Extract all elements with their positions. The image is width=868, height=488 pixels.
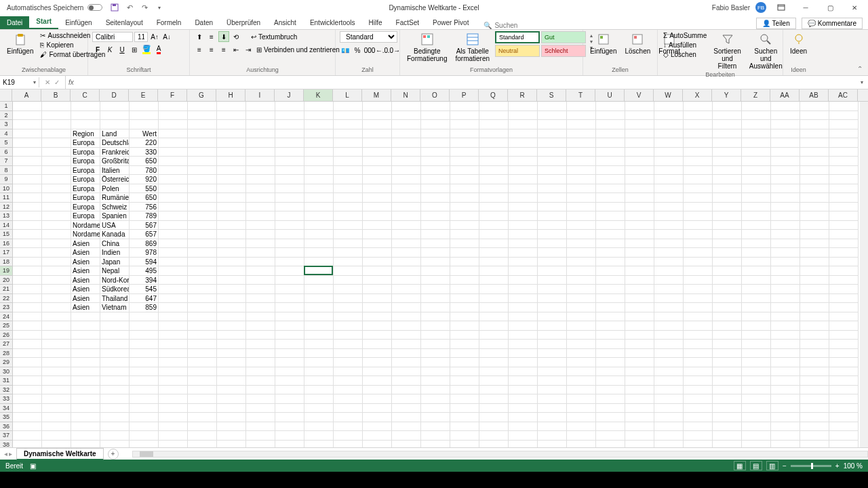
cell[interactable]	[392, 321, 421, 331]
cell[interactable]	[654, 276, 684, 285]
tab-file[interactable]: Datei	[0, 16, 29, 29]
cell[interactable]	[100, 404, 130, 413]
cell[interactable]	[625, 376, 654, 386]
cell[interactable]	[100, 358, 130, 367]
cell[interactable]	[246, 340, 275, 349]
column-header[interactable]: K	[304, 89, 333, 101]
cell[interactable]	[800, 148, 829, 157]
cell[interactable]	[538, 331, 567, 340]
cell[interactable]	[450, 111, 479, 121]
cell[interactable]	[275, 157, 304, 166]
cell[interactable]	[159, 258, 188, 267]
cell[interactable]	[713, 230, 742, 239]
cell[interactable]	[596, 422, 625, 432]
horizontal-scrollbar[interactable]	[132, 451, 868, 458]
cell[interactable]	[713, 239, 742, 249]
cell[interactable]	[684, 422, 713, 432]
cell[interactable]	[596, 175, 625, 184]
cell[interactable]: Europa	[71, 193, 100, 203]
cell[interactable]	[275, 193, 304, 203]
cell[interactable]	[100, 120, 130, 129]
column-header[interactable]: U	[595, 89, 625, 101]
cell[interactable]	[217, 211, 246, 221]
cell[interactable]	[246, 120, 275, 129]
tab-start[interactable]: Start	[29, 15, 58, 29]
cell[interactable]	[596, 276, 625, 285]
cell[interactable]	[159, 331, 188, 340]
style-schlecht[interactable]: Schlecht	[541, 45, 586, 57]
cell[interactable]	[188, 120, 217, 129]
cell[interactable]	[246, 203, 275, 212]
currency-button[interactable]: 💶	[340, 45, 351, 56]
cell[interactable]	[13, 376, 42, 386]
cell[interactable]: USA	[100, 221, 130, 230]
cell[interactable]: Europa	[71, 211, 100, 221]
cell[interactable]	[421, 404, 450, 413]
cell[interactable]	[159, 166, 188, 176]
cell[interactable]	[450, 266, 479, 276]
cell[interactable]	[479, 367, 509, 377]
insert-cells-button[interactable]: Einfügen	[587, 31, 619, 56]
cell[interactable]	[334, 193, 363, 203]
cell[interactable]	[159, 394, 188, 404]
cell[interactable]	[334, 376, 363, 386]
cell[interactable]	[596, 340, 625, 349]
column-header[interactable]: N	[391, 89, 420, 101]
cell[interactable]	[625, 175, 654, 184]
decrease-font-button[interactable]: A↓	[161, 31, 172, 42]
cell[interactable]	[159, 111, 188, 121]
ribbon-mode-icon[interactable]	[772, 1, 791, 14]
cell[interactable]: Kanada	[100, 230, 130, 239]
cell[interactable]	[625, 193, 654, 203]
cell[interactable]	[684, 358, 713, 367]
column-header[interactable]: Z	[741, 89, 770, 101]
cell[interactable]	[713, 331, 742, 340]
cell[interactable]	[188, 157, 217, 166]
cell[interactable]	[275, 386, 304, 395]
cell[interactable]	[130, 413, 159, 422]
cell[interactable]	[42, 175, 71, 184]
cell[interactable]	[217, 175, 246, 184]
cell[interactable]	[130, 431, 159, 441]
cell[interactable]	[392, 340, 421, 349]
cell[interactable]	[800, 276, 829, 285]
cell[interactable]	[217, 312, 246, 322]
cell[interactable]	[596, 129, 625, 139]
align-top-button[interactable]: ⬆	[194, 31, 205, 42]
cell[interactable]	[625, 203, 654, 212]
cell[interactable]	[42, 331, 71, 340]
cell[interactable]	[188, 138, 217, 148]
cell[interactable]	[479, 111, 509, 121]
cell[interactable]	[479, 129, 509, 139]
cell[interactable]	[654, 294, 684, 304]
cell[interactable]	[654, 102, 684, 111]
cancel-formula-icon[interactable]: ✕	[45, 79, 50, 86]
cell[interactable]	[538, 166, 567, 176]
cell[interactable]	[13, 276, 42, 285]
cell[interactable]	[100, 102, 130, 111]
cell[interactable]	[100, 340, 130, 349]
italic-button[interactable]: K	[104, 44, 115, 55]
cell[interactable]	[509, 312, 538, 322]
cell[interactable]: Land	[100, 129, 130, 139]
row-header[interactable]: 7	[0, 157, 12, 166]
cell[interactable]	[217, 230, 246, 239]
cell[interactable]	[771, 331, 800, 340]
qat-more-icon[interactable]: ▾	[155, 3, 163, 12]
cell[interactable]	[363, 211, 392, 221]
cell[interactable]	[275, 138, 304, 148]
cell[interactable]	[159, 276, 188, 285]
cell[interactable]	[246, 331, 275, 340]
cell[interactable]	[42, 211, 71, 221]
cell[interactable]	[596, 358, 625, 367]
cell[interactable]	[159, 211, 188, 221]
cell[interactable]	[538, 386, 567, 395]
cell[interactable]	[654, 230, 684, 239]
column-header[interactable]: I	[245, 89, 275, 101]
cell[interactable]	[742, 258, 771, 267]
cell[interactable]	[159, 413, 188, 422]
cell[interactable]	[829, 394, 859, 404]
cell[interactable]	[654, 211, 684, 221]
cell[interactable]	[217, 102, 246, 111]
cell[interactable]	[71, 386, 100, 395]
